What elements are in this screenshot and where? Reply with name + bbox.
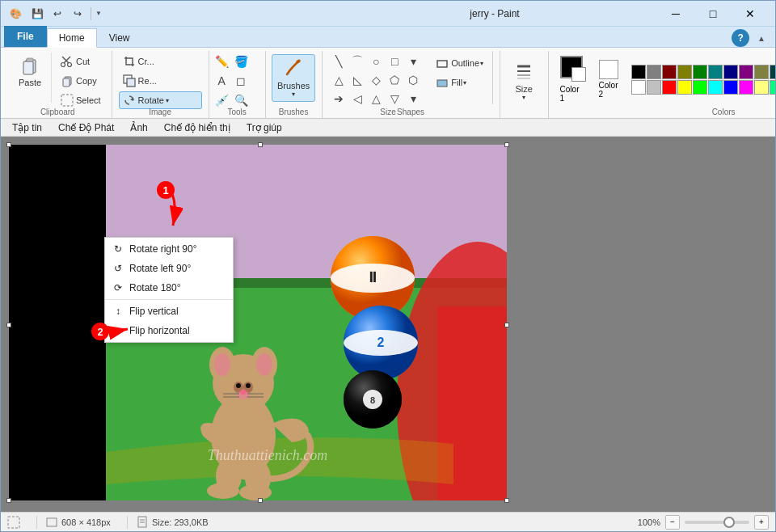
color-cell-17[interactable] [677,80,692,95]
svg-rect-2 [27,58,33,61]
pentagon-shape[interactable]: ⬠ [386,71,403,89]
color1-swatch [560,56,583,78]
cut-button[interactable]: Cut [57,53,105,70]
menu-taptin[interactable]: Tập tin [4,120,50,135]
color-cell-8[interactable] [754,65,769,79]
color-cell-23[interactable] [770,80,776,95]
color1-button[interactable]: Color 1 [559,54,584,104]
resize-button[interactable]: Re... [119,72,202,90]
oval-shape[interactable]: ○ [367,53,385,70]
arrow-left-shape[interactable]: ◁ [348,90,366,108]
color-cell-15[interactable] [647,80,661,95]
copy-button[interactable]: Copy [57,72,105,90]
zoom-slider-track[interactable] [685,521,749,524]
color-cell-19[interactable] [708,80,723,95]
color-cell-5[interactable] [708,65,723,79]
color-cell-9[interactable] [770,65,776,79]
eraser-button[interactable]: ◻ [232,72,250,90]
color2-button[interactable]: Color 2 [597,58,620,100]
selection-handle-mr[interactable] [504,323,509,327]
color-cell-3[interactable] [677,65,692,79]
tab-view[interactable]: View [97,28,142,47]
color-cell-2[interactable] [662,65,677,79]
curve-shape[interactable]: ⌒ [348,53,366,70]
selection-handle-br[interactable] [504,498,509,503]
hex-shape[interactable]: ⬡ [404,71,422,89]
zoom-in-button[interactable]: + [754,515,769,530]
menu-trogiup[interactable]: Trợ giúp [238,120,290,135]
quick-access-dropdown[interactable]: ▼ [95,10,102,17]
filesize-icon [136,516,149,529]
color-cell-7[interactable] [739,65,753,79]
selection-handle-tm[interactable] [258,142,263,147]
menu-anh[interactable]: Ảnh [122,120,155,135]
ribbon-right-buttons: ? ▲ [732,29,772,47]
rotate-right-90-item[interactable]: ↻ Rotate right 90° [105,239,233,259]
ribbon: Paste Cut [1,48,775,119]
selection-handle-bl[interactable] [6,498,11,503]
flip-vertical-item[interactable]: ↕ Flip vertical [105,302,233,321]
rotate-button[interactable]: Rotate ▾ [119,91,202,109]
ribbon-collapse-button[interactable]: ▲ [754,32,769,44]
flip-horizontal-item[interactable]: ↔ Flip horizontal [105,321,233,340]
redo-button[interactable]: ↪ [69,5,86,23]
file-size: Size: 293,0KB [152,517,209,527]
close-button[interactable]: ✕ [732,1,769,27]
eyedropper-button[interactable]: 💉 [213,91,230,109]
text-button[interactable]: A [213,72,230,90]
zoom-slider-thumb[interactable] [723,517,735,528]
canvas-image[interactable]: ⏸ 2 8 [9,145,507,500]
color-cell-16[interactable] [662,80,677,95]
title-bar-left: 🎨 💾 ↩ ↪ ▼ [7,5,332,23]
zoom-out-button[interactable]: − [665,515,680,530]
arrow-right-shape[interactable]: ➔ [330,90,348,108]
color-cell-20[interactable] [723,80,738,95]
undo-button[interactable]: ↩ [48,5,66,23]
shapes-scroll-down[interactable]: ▾ [404,90,422,108]
rotate-180-item[interactable]: ⟳ Rotate 180° [105,278,233,298]
arrow-down-shape[interactable]: ▽ [386,90,403,108]
selection-handle-bm[interactable] [258,498,263,503]
color-cell-6[interactable] [723,65,738,79]
triangle-shape[interactable]: △ [330,71,348,89]
right-triangle-shape[interactable]: ◺ [348,71,366,89]
minimize-button[interactable]: ─ [657,1,694,27]
select-button[interactable]: Select [57,91,105,109]
selection-handle-tl[interactable] [6,142,11,147]
outline-button[interactable]: Outline ▾ [432,54,487,72]
rect-shape[interactable]: □ [386,53,403,70]
magnify-button[interactable]: 🔍 [232,91,250,109]
selection-handle-ml[interactable] [6,323,11,327]
line-shape[interactable]: ╲ [330,53,348,70]
save-button[interactable]: 💾 [28,5,46,23]
fill-shape-button[interactable]: Fill ▾ [432,74,487,91]
color-cell-1[interactable] [647,65,661,79]
color1-label: Color 1 [560,85,583,103]
selection-handle-tr[interactable] [504,142,509,147]
menu-chedo-hienthi[interactable]: Chế độ hiển thị [156,120,238,135]
color-cell-14[interactable] [631,80,646,95]
rotate-right-90-label: Rotate right 90° [129,243,197,255]
crop-button[interactable]: Cr... [119,53,202,70]
brushes-button[interactable]: Brushes ▾ [272,54,315,102]
fill-shape-icon [436,76,449,89]
tab-home[interactable]: Home [47,28,97,48]
color-cell-18[interactable] [693,80,707,95]
tab-file[interactable]: File [4,26,47,47]
color-cell-4[interactable] [693,65,707,79]
menu-chedophat[interactable]: Chế Độ Phát [50,120,122,135]
rotate-left-90-item[interactable]: ↺ Rotate left 90° [105,259,233,278]
fill-tool-button[interactable]: 🪣 [232,53,250,70]
paste-button[interactable]: Paste [12,53,48,91]
size-button[interactable]: Size ▾ [508,57,540,105]
more-shapes[interactable]: ▾ [404,53,422,70]
pencil-button[interactable]: ✏️ [213,53,230,70]
arrow-up-shape[interactable]: △ [367,90,385,108]
color-cell-0[interactable] [631,65,646,79]
svg-rect-11 [127,78,135,87]
color-cell-22[interactable] [754,80,769,95]
help-button[interactable]: ? [732,29,749,47]
maximize-button[interactable]: □ [694,1,732,27]
color-cell-21[interactable] [739,80,753,95]
diamond-shape[interactable]: ◇ [367,71,385,89]
